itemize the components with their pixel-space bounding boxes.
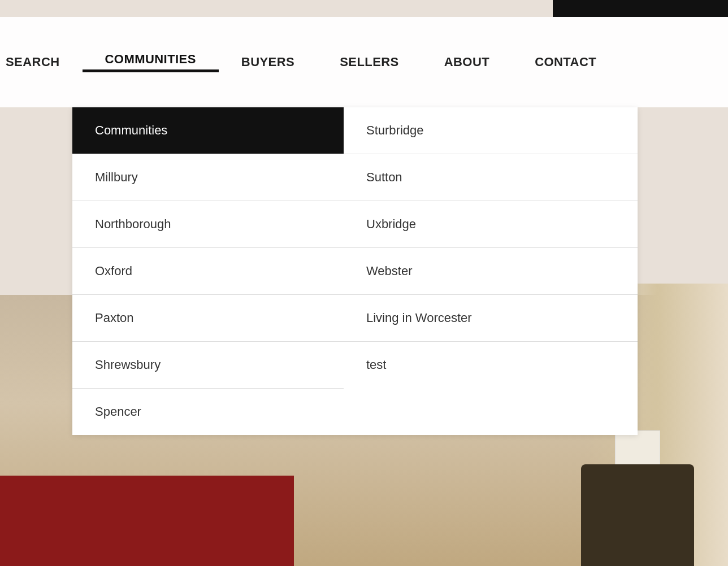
dropdown-item-northborough[interactable]: Northborough	[72, 201, 344, 248]
communities-dropdown: Communities Millbury Northborough Oxford…	[72, 107, 638, 435]
dropdown-item-webster[interactable]: Webster	[344, 248, 638, 295]
nav-item-communities[interactable]: COMMUNITIES	[83, 52, 219, 72]
dropdown-item-oxford[interactable]: Oxford	[72, 248, 344, 295]
dropdown-item-living-worcester[interactable]: Living in Worcester	[344, 295, 638, 342]
nav-item-sellers[interactable]: SELLERS	[317, 55, 422, 69]
dropdown-item-millbury[interactable]: Millbury	[72, 154, 344, 201]
nav-item-search[interactable]: SEARCH	[0, 55, 83, 69]
dropdown-item-shrewsbury[interactable]: Shrewsbury	[72, 342, 344, 389]
dropdown-item-spencer[interactable]: Spencer	[72, 389, 344, 435]
dropdown-item-uxbridge[interactable]: Uxbridge	[344, 201, 638, 248]
navbar: SEARCH COMMUNITIES BUYERS SELLERS ABOUT …	[0, 17, 728, 107]
dropdown-item-sutton[interactable]: Sutton	[344, 154, 638, 201]
nav-item-buyers[interactable]: BUYERS	[219, 55, 317, 69]
nav-items: SEARCH COMMUNITIES BUYERS SELLERS ABOUT …	[0, 52, 728, 72]
dropdown-left-column: Communities Millbury Northborough Oxford…	[72, 107, 344, 435]
top-right-button[interactable]	[553, 0, 728, 17]
dropdown-item-paxton[interactable]: Paxton	[72, 295, 344, 342]
dropdown-right-column: Sturbridge Sutton Uxbridge Webster Livin…	[344, 107, 638, 435]
dropdown-item-sturbridge[interactable]: Sturbridge	[344, 107, 638, 154]
chair	[581, 464, 694, 566]
nav-item-contact[interactable]: CONTACT	[512, 55, 619, 69]
dropdown-item-communities[interactable]: Communities	[72, 107, 344, 154]
nav-item-about[interactable]: ABOUT	[422, 55, 512, 69]
dropdown-item-test[interactable]: test	[344, 342, 638, 388]
